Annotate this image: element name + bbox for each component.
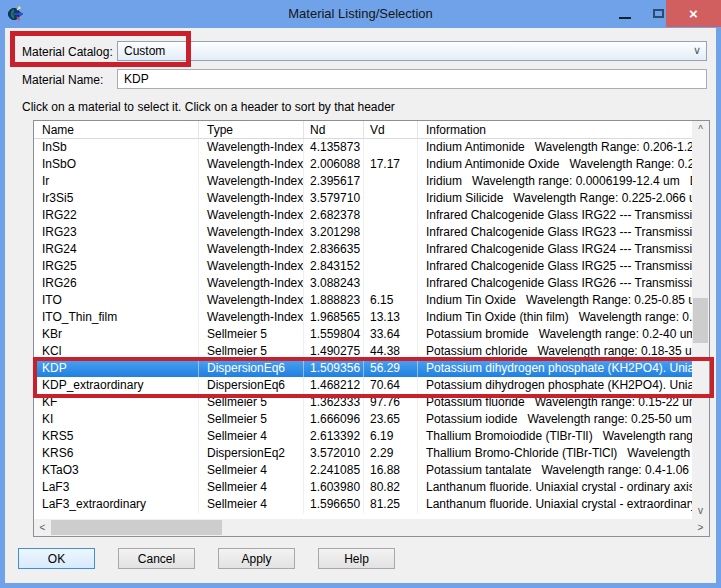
table-row-IRG24[interactable]: IRG24Wavelength-Index2.836635Infrared Ch…: [34, 241, 692, 258]
cell: Potassium chloride Wavelength range: 0.1…: [418, 343, 692, 360]
header-name[interactable]: Name: [34, 121, 199, 138]
cell: Infrared Chalcogenide Glass IRG22 --- Tr…: [418, 207, 692, 224]
cell: ITO_Thin_film: [34, 309, 199, 326]
cell: Sellmeier 5: [199, 326, 304, 343]
cell: Lanthanum fluoride. Uniaxial crystal - o…: [418, 479, 692, 496]
scroll-up-icon[interactable]: ^: [692, 121, 709, 138]
minimize-icon: [619, 17, 631, 19]
table-row-LaF3[interactable]: LaF3Sellmeier 41.60398080.82Lanthanum fl…: [34, 479, 692, 496]
cell: 2.613392: [304, 428, 364, 445]
table-row-KRS6[interactable]: KRS6DispersionEq23.5720102.29Thallium Br…: [34, 445, 692, 462]
cell: Wavelength-Index: [199, 224, 304, 241]
horizontal-scrollbar[interactable]: < >: [34, 519, 709, 536]
cell: Sellmeier 4: [199, 496, 304, 513]
cell: KRS6: [34, 445, 199, 462]
cell: Indium Tin Oxide (thin film) Wavelength …: [418, 309, 692, 326]
cell: KRS5: [34, 428, 199, 445]
header-type[interactable]: Type: [199, 121, 304, 138]
minimize-button[interactable]: [610, 0, 640, 26]
cell: [364, 258, 418, 275]
title-bar[interactable]: Material Listing/Selection ×: [0, 0, 721, 28]
cell: Iridium Wavelength range: 0.0006199-12.4…: [418, 173, 692, 190]
material-listing-dialog: Material Listing/Selection × Material Ca…: [0, 0, 721, 588]
table-row-KCl[interactable]: KClSellmeier 51.49027544.38Potassium chl…: [34, 343, 692, 360]
cell: Thallium Bromoiodide (TlBr-TlI) Waveleng…: [418, 428, 692, 445]
scroll-left-icon[interactable]: <: [34, 519, 51, 536]
cell: 44.38: [364, 343, 418, 360]
cell: IRG25: [34, 258, 199, 275]
cell: 3.201298: [304, 224, 364, 241]
scroll-right-icon[interactable]: >: [692, 519, 709, 536]
cell: 81.25: [364, 496, 418, 513]
table-row-ITO[interactable]: ITOWavelength-Index1.8888236.15Indium Ti…: [34, 292, 692, 309]
apply-button[interactable]: Apply: [218, 548, 295, 569]
cell: 1.490275: [304, 343, 364, 360]
table-row-KDP[interactable]: KDPDispersionEq61.50935656.29Potassium d…: [34, 360, 692, 377]
header-nd[interactable]: Nd: [304, 121, 364, 138]
table-row-InSbO[interactable]: InSbOWavelength-Index2.00608817.17Indium…: [34, 156, 692, 173]
table-row-KF[interactable]: KFSellmeier 51.36233397.76Potassium fluo…: [34, 394, 692, 411]
table-row-IRG26[interactable]: IRG26Wavelength-Index3.088243Infrared Ch…: [34, 275, 692, 292]
cell: 16.88: [364, 462, 418, 479]
table-row-IRG25[interactable]: IRG25Wavelength-Index2.843152Infrared Ch…: [34, 258, 692, 275]
cell: 1.509356: [304, 360, 364, 377]
table-row-IRG22[interactable]: IRG22Wavelength-Index2.682378Infrared Ch…: [34, 207, 692, 224]
cell: 2.006088: [304, 156, 364, 173]
table-row-ITO_Thin_film[interactable]: ITO_Thin_filmWavelength-Index1.96856513.…: [34, 309, 692, 326]
cell: 3.579710: [304, 190, 364, 207]
cell: InSb: [34, 139, 199, 156]
table-row-IRG23[interactable]: IRG23Wavelength-Index3.201298Infrared Ch…: [34, 224, 692, 241]
table-row-InSb[interactable]: InSbWavelength-Index4.135873Indium Antim…: [34, 139, 692, 156]
header-vd[interactable]: Vd: [364, 121, 418, 138]
cell: [364, 224, 418, 241]
cell: Lanthanum fluoride. Uniaxial crystal - e…: [418, 496, 692, 513]
horizontal-scrollbar-thumb[interactable]: [51, 520, 222, 535]
cell: [364, 207, 418, 224]
chevron-down-icon[interactable]: ∨: [693, 44, 701, 57]
header-information[interactable]: Information: [418, 121, 692, 138]
cell: 1.362333: [304, 394, 364, 411]
material-name-input[interactable]: KDP: [117, 69, 707, 89]
table-row-Ir[interactable]: IrWavelength-Index2.395617Iridium Wavele…: [34, 173, 692, 190]
table-row-Ir3Si5[interactable]: Ir3Si5Wavelength-Index3.579710Iridium Si…: [34, 190, 692, 207]
material-table-rows: InSbWavelength-Index4.135873Indium Antim…: [34, 139, 692, 519]
cell: Potassium bromide Wavelength range: 0.2-…: [418, 326, 692, 343]
cell: Infrared Chalcogenide Glass IRG25 --- Tr…: [418, 258, 692, 275]
cell: IRG26: [34, 275, 199, 292]
cell: DispersionEq2: [199, 445, 304, 462]
cell: Potassium iodide Wavelength range: 0.25-…: [418, 411, 692, 428]
cell: KF: [34, 394, 199, 411]
table-row-KTaO3[interactable]: KTaO3Sellmeier 42.24108516.88Potassium t…: [34, 462, 692, 479]
scroll-down-icon[interactable]: v: [692, 502, 709, 519]
materials-table-header: Name Type Nd Vd Information: [34, 121, 692, 139]
cancel-button[interactable]: Cancel: [118, 548, 195, 569]
table-row-KBr[interactable]: KBrSellmeier 51.55980433.64Potassium bro…: [34, 326, 692, 343]
cell: Thallium Bromo-Chloride (TlBr-TlCl) Wave…: [418, 445, 692, 462]
cell: ITO: [34, 292, 199, 309]
cell: [364, 241, 418, 258]
ok-button[interactable]: OK: [18, 548, 95, 569]
table-row-KDP_extraordinary[interactable]: KDP_extraordinaryDispersionEq61.46821270…: [34, 377, 692, 394]
cell: 3.572010: [304, 445, 364, 462]
cell: InSbO: [34, 156, 199, 173]
cell: KDP: [34, 360, 199, 377]
cell: 2.836635: [304, 241, 364, 258]
close-button[interactable]: ×: [666, 0, 721, 27]
cell: KBr: [34, 326, 199, 343]
help-button[interactable]: Help: [318, 548, 395, 569]
cell: IRG23: [34, 224, 199, 241]
table-row-KRS5[interactable]: KRS5Sellmeier 42.6133926.19Thallium Brom…: [34, 428, 692, 445]
table-row-LaF3_extraordinary[interactable]: LaF3_extraordinarySellmeier 41.59665081.…: [34, 496, 692, 513]
vertical-scrollbar-thumb[interactable]: [693, 298, 708, 343]
cell: Indium Antimonide Oxide Wavelength Range…: [418, 156, 692, 173]
cell: 6.19: [364, 428, 418, 445]
cell: 1.968565: [304, 309, 364, 326]
cell: 1.666096: [304, 411, 364, 428]
material-catalog-dropdown[interactable]: Custom ∨: [117, 41, 707, 61]
cell: Wavelength-Index: [199, 258, 304, 275]
cell: 2.682378: [304, 207, 364, 224]
cell: 1.596650: [304, 496, 364, 513]
table-row-KI[interactable]: KISellmeier 51.66609623.65Potassium iodi…: [34, 411, 692, 428]
vertical-scrollbar[interactable]: ^ v: [692, 121, 709, 519]
cell: 4.135873: [304, 139, 364, 156]
